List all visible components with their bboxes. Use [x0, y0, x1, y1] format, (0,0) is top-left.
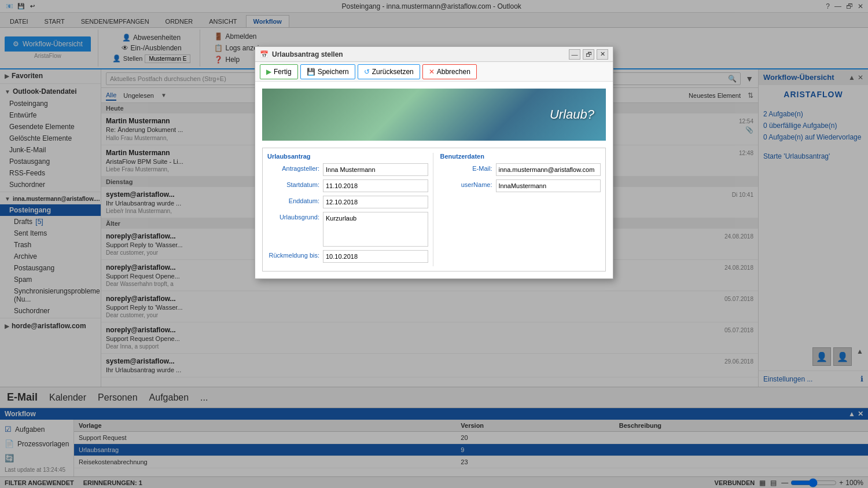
email-label: E-Mail: — [440, 163, 492, 172]
fertig-icon: ▶ — [266, 68, 271, 76]
modal-body: Urlaub? Urlaubsantrag Antragsteller: Sta… — [255, 82, 613, 278]
modal-controls: — 🗗 ✕ — [569, 49, 608, 60]
banner-text: Urlaub? — [550, 107, 594, 122]
form-row-enddatum: Enddatum: — [267, 196, 428, 208]
startdatum-label: Startdatum: — [267, 179, 319, 188]
startdatum-input[interactable] — [323, 179, 428, 192]
modal-banner: Urlaub? — [262, 89, 606, 141]
rueckmeldung-input[interactable] — [323, 250, 428, 263]
modal-title-icon: 📅 — [260, 50, 269, 58]
abbrechen-icon: ✕ — [429, 68, 435, 76]
zuruecksetzen-icon: ↺ — [364, 68, 370, 76]
modal-urlaubsantrag: 📅 Urlaubsantrag stellen — 🗗 ✕ ▶ Fertig 💾… — [255, 46, 613, 279]
modal-titlebar: 📅 Urlaubsantrag stellen — 🗗 ✕ — [255, 47, 613, 62]
urlaubsantrag-section-title: Urlaubsantrag — [267, 153, 428, 160]
modal-toolbar: ▶ Fertig 💾 Speichern ↺ Zurücksetzen ✕ Ab… — [255, 62, 613, 82]
speichern-icon: 💾 — [307, 68, 315, 76]
form-row-startdatum: Startdatum: — [267, 179, 428, 192]
urlaubsgrund-textarea[interactable]: Kurzurlaub — [323, 212, 428, 247]
rueckmeldung-label: Rückmeldung bis: — [267, 250, 319, 259]
username-label: userName: — [440, 179, 492, 188]
modal-overlay: 📅 Urlaubsantrag stellen — 🗗 ✕ ▶ Fertig 💾… — [0, 0, 868, 488]
modal-restore-btn[interactable]: 🗗 — [583, 49, 594, 60]
urlaubsgrund-label: Urlaubsgrund: — [267, 212, 319, 221]
fertig-btn[interactable]: ▶ Fertig — [260, 64, 298, 79]
username-input[interactable] — [496, 179, 601, 192]
form-row-rueckmeldung: Rückmeldung bis: — [267, 250, 428, 263]
enddatum-input[interactable] — [323, 196, 428, 208]
speichern-btn[interactable]: 💾 Speichern — [300, 64, 355, 79]
antragsteller-label: Antragsteller: — [267, 163, 319, 172]
form-row-antragsteller: Antragsteller: — [267, 163, 428, 176]
abbrechen-btn[interactable]: ✕ Abbrechen — [422, 64, 477, 79]
enddatum-label: Enddatum: — [267, 196, 319, 204]
form-row-urlaubsgrund: Urlaubsgrund: Kurzurlaub — [267, 212, 428, 247]
modal-minimize-btn[interactable]: — — [569, 49, 580, 60]
email-input[interactable] — [496, 163, 601, 176]
benutzerdaten-section-title: Benutzerdaten — [440, 153, 601, 160]
form-row-email: E-Mail: — [440, 163, 601, 176]
antragsteller-input[interactable] — [323, 163, 428, 176]
modal-title: 📅 Urlaubsantrag stellen — [260, 50, 343, 58]
form-row-username: userName: — [440, 179, 601, 192]
modal-close-btn[interactable]: ✕ — [597, 49, 608, 60]
zuruecksetzen-btn[interactable]: ↺ Zurücksetzen — [358, 64, 420, 79]
